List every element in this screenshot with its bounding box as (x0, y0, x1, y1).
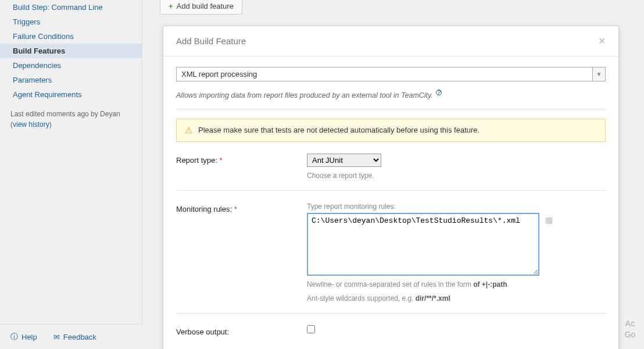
verbose-output-checkbox[interactable] (307, 325, 315, 333)
report-type-label: Report type: * (176, 154, 307, 165)
plus-icon: + (169, 2, 173, 10)
monitoring-rules-label: Monitoring rules: * (176, 202, 307, 213)
monitoring-rules-input[interactable] (307, 213, 539, 276)
feedback-label: Feedback (63, 333, 96, 341)
sidebar-item-parameters[interactable]: Parameters (0, 73, 142, 87)
right-text-2: Go (625, 329, 636, 341)
right-fade: Ac Go (616, 0, 644, 349)
feature-select[interactable]: XML report processing ▼ (176, 67, 606, 81)
divider (176, 109, 606, 109)
sidebar: Build Step: Command Line Triggers Failur… (0, 0, 142, 349)
dialog-body: XML report processing ▼ Allows importing… (163, 56, 618, 349)
help-link[interactable]: ⓘ Help (10, 332, 37, 342)
dialog-title: Add Build Feature (176, 36, 246, 46)
meta-prefix: Last edited (10, 110, 45, 118)
monitoring-rules-hint1: Newline- or comma-separated set of rules… (307, 279, 606, 290)
add-build-feature-dialog: Add Build Feature ✕ XML report processin… (163, 26, 619, 349)
report-type-select[interactable]: Ant JUnit (307, 154, 381, 167)
monitoring-rules-caption: Type report monitoring rules: (307, 202, 606, 211)
add-feature-label: Add build feature (177, 2, 234, 10)
help-label: Help (22, 333, 37, 341)
sidebar-item-dependencies[interactable]: Dependencies (0, 58, 142, 73)
sidebar-item-build-step[interactable]: Build Step: Command Line (0, 0, 142, 15)
info-icon[interactable]: ? (436, 90, 442, 95)
divider (176, 190, 606, 191)
view-history-link[interactable]: view history (13, 120, 49, 129)
warning-icon: ⚠ (185, 125, 192, 136)
sidebar-meta: Last edited moments ago by Deyan (view h… (0, 102, 142, 137)
feedback-link[interactable]: ✉ Feedback (53, 332, 96, 342)
warning-text: Please make sure that tests are not dete… (198, 126, 480, 134)
monitoring-rules-row: Monitoring rules: * Type report monitori… (176, 200, 606, 304)
right-text-1: Ac (625, 318, 635, 330)
warning-box: ⚠ Please make sure that tests are not de… (176, 119, 606, 142)
mail-icon: ✉ (53, 333, 60, 341)
divider (176, 313, 606, 314)
add-build-feature-button[interactable]: + Add build feature (160, 0, 242, 15)
report-type-row: Report type: * Ant JUnit Choose a report… (176, 151, 606, 181)
variables-icon[interactable]: ▦ (545, 215, 553, 225)
chevron-down-icon[interactable]: ▼ (593, 67, 606, 81)
feature-select-value: XML report processing (176, 67, 593, 81)
monitoring-rules-hint2: Ant-style wildcards supported, e.g. dir/… (307, 293, 606, 304)
verbose-output-row: Verbose output: (176, 323, 606, 336)
report-type-hint: Choose a report type. (307, 170, 606, 181)
sidebar-item-build-features[interactable]: Build Features (0, 44, 142, 58)
sidebar-item-agent-requirements[interactable]: Agent Requirements (0, 87, 142, 102)
close-icon[interactable]: ✕ (598, 35, 606, 47)
feature-description-text: Allows importing data from report files … (176, 91, 433, 99)
sidebar-item-failure-conditions[interactable]: Failure Conditions (0, 29, 142, 44)
footer-bar: ⓘ Help ✉ Feedback (0, 324, 142, 349)
meta-time: moments ago by Deyan (46, 110, 120, 118)
sidebar-item-triggers[interactable]: Triggers (0, 15, 142, 29)
dialog-header: Add Build Feature ✕ (163, 26, 618, 56)
verbose-output-label: Verbose output: (176, 325, 307, 336)
help-icon: ⓘ (10, 332, 18, 342)
feature-description: Allows importing data from report files … (176, 90, 606, 99)
